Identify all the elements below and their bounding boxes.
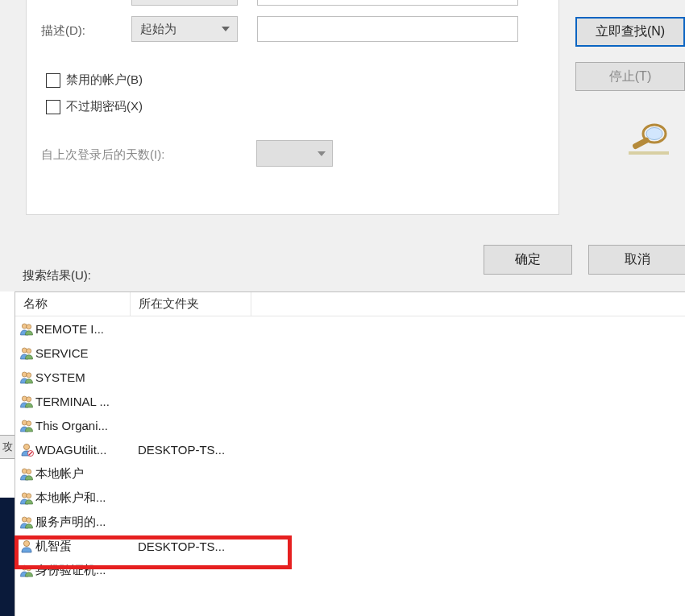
checkbox-icon xyxy=(46,100,60,114)
group-icon xyxy=(18,345,35,360)
list-item[interactable]: SYSTEM xyxy=(15,365,685,389)
svg-point-22 xyxy=(23,540,29,546)
column-headers: 名称 所在文件夹 xyxy=(15,292,685,316)
list-item[interactable]: This Organi... xyxy=(15,413,685,437)
svg-point-12 xyxy=(22,420,27,425)
list-item[interactable]: 机智蛋DESKTOP-TS... xyxy=(15,534,685,558)
svg-rect-2 xyxy=(632,137,650,151)
list-item[interactable]: 本地帐户 xyxy=(15,461,685,486)
group-icon xyxy=(18,394,35,408)
description-mode-dropdown[interactable]: 起始为 xyxy=(131,16,238,42)
button-label: 取消 xyxy=(625,251,650,268)
ok-button[interactable]: 确定 xyxy=(484,245,572,275)
item-name: WDAGUtilit... xyxy=(35,443,133,457)
checkbox-label: 不过期密码(X) xyxy=(66,99,143,114)
days-since-login-label: 自上次登录后的天数(I): xyxy=(41,147,164,163)
description-input[interactable] xyxy=(257,16,518,42)
svg-point-20 xyxy=(22,517,27,522)
checkbox-icon xyxy=(46,73,60,88)
svg-point-14 xyxy=(23,444,29,449)
svg-point-19 xyxy=(27,494,31,498)
svg-point-11 xyxy=(27,397,31,402)
item-name: 机智蛋 xyxy=(35,539,133,554)
list-item[interactable]: 本地帐户和... xyxy=(15,486,685,510)
prev-input-edge-stub xyxy=(257,0,518,6)
item-name: 身份验证机... xyxy=(35,563,133,578)
list-item[interactable]: TERMINAL ... xyxy=(15,389,685,413)
background-window-dark xyxy=(0,498,15,616)
item-name: TERMINAL ... xyxy=(35,395,133,408)
item-name: 本地帐户 xyxy=(35,466,133,482)
group-icon xyxy=(18,370,35,384)
list-item[interactable]: SERVICE xyxy=(15,341,685,365)
search-criteria-panel: 描述(D): 起始为 禁用的帐户(B) 不过期密码(X) 自上次登录后的天数(I… xyxy=(26,0,559,215)
disabled-accounts-checkbox-row[interactable]: 禁用的帐户(B) xyxy=(46,72,143,88)
item-name: 服务声明的... xyxy=(35,515,133,530)
item-name: SERVICE xyxy=(35,346,133,360)
background-char: 攻 xyxy=(2,440,13,454)
svg-point-7 xyxy=(27,349,31,353)
background-window-strip: 攻 xyxy=(0,435,15,459)
button-label: 立即查找(N) xyxy=(596,23,665,40)
dialog-upper-region: 描述(D): 起始为 禁用的帐户(B) 不过期密码(X) 自上次登录后的天数(I… xyxy=(0,0,685,291)
cancel-button[interactable]: 取消 xyxy=(588,245,685,275)
list-item[interactable]: 身份验证机... xyxy=(15,558,685,582)
svg-point-23 xyxy=(22,565,27,570)
svg-point-4 xyxy=(22,324,27,329)
chevron-down-icon xyxy=(214,17,237,41)
svg-rect-3 xyxy=(629,151,669,155)
description-label: 描述(D): xyxy=(41,23,85,39)
group-icon xyxy=(18,515,35,529)
svg-point-9 xyxy=(27,373,31,378)
item-name: REMOTE I... xyxy=(35,322,133,336)
group-icon xyxy=(18,321,35,336)
days-since-login-dropdown[interactable] xyxy=(256,140,333,167)
column-header-folder[interactable]: 所在文件夹 xyxy=(131,292,251,316)
dialog-buttons-row: 确定 取消 xyxy=(484,245,685,275)
svg-point-6 xyxy=(22,348,27,353)
list-item[interactable]: WDAGUtilit...DESKTOP-TS... xyxy=(15,437,685,461)
noexpiry-password-checkbox-row[interactable]: 不过期密码(X) xyxy=(46,99,143,114)
list-item[interactable]: 服务声明的... xyxy=(15,510,685,534)
item-folder: DESKTOP-TS... xyxy=(133,540,270,553)
svg-point-16 xyxy=(22,469,27,473)
find-now-button[interactable]: 立即查找(N) xyxy=(575,17,685,47)
checkbox-label: 禁用的帐户(B) xyxy=(66,72,143,88)
group-icon xyxy=(18,563,35,577)
item-name: This Organi... xyxy=(35,419,133,432)
svg-point-21 xyxy=(27,518,31,523)
svg-point-5 xyxy=(27,325,31,329)
group-icon xyxy=(18,490,35,505)
svg-point-17 xyxy=(27,469,31,474)
prev-dropdown-edge-stub xyxy=(131,0,238,6)
svg-point-8 xyxy=(22,372,27,377)
svg-point-13 xyxy=(27,421,31,426)
group-icon xyxy=(18,418,35,432)
item-folder: DESKTOP-TS... xyxy=(133,443,270,457)
group-icon xyxy=(18,466,35,481)
search-results-label: 搜索结果(U): xyxy=(23,268,91,283)
svg-point-18 xyxy=(22,493,27,498)
user-disabled-icon xyxy=(18,442,35,457)
column-header-name[interactable]: 名称 xyxy=(15,292,131,316)
button-label: 确定 xyxy=(515,251,541,268)
description-mode-value: 起始为 xyxy=(140,22,176,37)
item-name: 本地帐户和... xyxy=(35,490,133,506)
user-icon xyxy=(18,539,35,553)
search-results-list[interactable]: 名称 所在文件夹 REMOTE I...SERVICESYSTEMTERMINA… xyxy=(15,291,685,616)
button-label: 停止(T) xyxy=(609,68,651,85)
chevron-down-icon xyxy=(311,141,332,166)
svg-point-10 xyxy=(22,396,27,401)
svg-point-24 xyxy=(27,566,31,571)
svg-point-1 xyxy=(646,128,662,140)
magnifier-icon xyxy=(629,121,677,161)
item-name: SYSTEM xyxy=(35,370,133,384)
stop-button[interactable]: 停止(T) xyxy=(575,62,685,91)
list-item[interactable]: REMOTE I... xyxy=(15,316,685,341)
